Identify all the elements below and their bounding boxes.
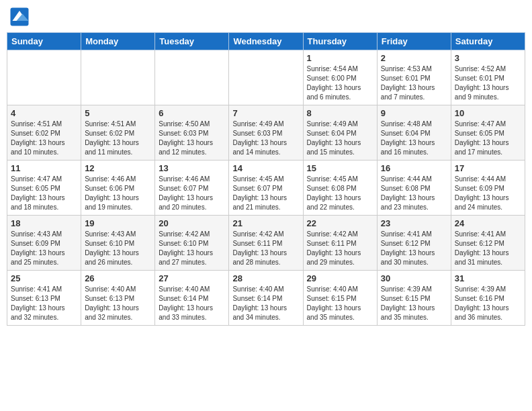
day-info: Sunrise: 4:46 AM Sunset: 6:06 PM Dayligh… — [85, 175, 151, 212]
day-number: 9 — [381, 108, 447, 118]
day-number: 17 — [455, 163, 521, 173]
day-number: 11 — [11, 163, 77, 173]
calendar-cell: 17Sunrise: 4:44 AM Sunset: 6:09 PM Dayli… — [451, 161, 525, 216]
calendar-cell: 16Sunrise: 4:44 AM Sunset: 6:08 PM Dayli… — [377, 161, 451, 216]
day-info: Sunrise: 4:42 AM Sunset: 6:11 PM Dayligh… — [232, 230, 299, 267]
day-number: 6 — [159, 108, 225, 118]
calendar-cell: 10Sunrise: 4:47 AM Sunset: 6:05 PM Dayli… — [451, 105, 525, 161]
calendar-cell: 15Sunrise: 4:45 AM Sunset: 6:08 PM Dayli… — [303, 161, 377, 216]
day-info: Sunrise: 4:43 AM Sunset: 6:10 PM Dayligh… — [85, 230, 151, 267]
day-header-monday: Monday — [81, 33, 155, 50]
day-number: 19 — [85, 218, 151, 228]
calendar-cell: 6Sunrise: 4:50 AM Sunset: 6:03 PM Daylig… — [155, 105, 229, 161]
day-header-saturday: Saturday — [451, 33, 525, 50]
day-number: 18 — [11, 218, 77, 228]
day-info: Sunrise: 4:43 AM Sunset: 6:09 PM Dayligh… — [11, 230, 77, 267]
week-row-1: 1Sunrise: 4:54 AM Sunset: 6:00 PM Daylig… — [7, 50, 525, 105]
calendar-cell: 24Sunrise: 4:41 AM Sunset: 6:12 PM Dayli… — [451, 216, 525, 271]
calendar-cell: 8Sunrise: 4:49 AM Sunset: 6:04 PM Daylig… — [303, 105, 377, 161]
day-number: 30 — [381, 273, 447, 283]
day-info: Sunrise: 4:53 AM Sunset: 6:01 PM Dayligh… — [381, 64, 447, 102]
calendar-cell: 12Sunrise: 4:46 AM Sunset: 6:06 PM Dayli… — [81, 161, 155, 216]
day-number: 29 — [307, 273, 373, 283]
logo-icon — [9, 7, 30, 27]
calendar-cell: 30Sunrise: 4:39 AM Sunset: 6:15 PM Dayli… — [377, 271, 451, 326]
week-row-2: 4Sunrise: 4:51 AM Sunset: 6:02 PM Daylig… — [7, 105, 525, 161]
day-info: Sunrise: 4:51 AM Sunset: 6:02 PM Dayligh… — [85, 120, 151, 157]
day-info: Sunrise: 4:44 AM Sunset: 6:08 PM Dayligh… — [381, 175, 447, 212]
calendar-cell: 22Sunrise: 4:42 AM Sunset: 6:11 PM Dayli… — [303, 216, 377, 271]
calendar-cell: 19Sunrise: 4:43 AM Sunset: 6:10 PM Dayli… — [81, 216, 155, 271]
day-number: 27 — [159, 273, 225, 283]
day-number: 23 — [381, 218, 447, 228]
calendar-cell — [7, 50, 81, 105]
calendar-cell: 11Sunrise: 4:47 AM Sunset: 6:05 PM Dayli… — [7, 161, 81, 216]
day-number: 7 — [232, 108, 299, 118]
day-number: 31 — [455, 273, 521, 283]
calendar-cell: 4Sunrise: 4:51 AM Sunset: 6:02 PM Daylig… — [7, 105, 81, 161]
calendar-cell — [81, 50, 155, 105]
calendar-cell — [229, 50, 303, 105]
day-number: 2 — [381, 53, 447, 63]
day-info: Sunrise: 4:49 AM Sunset: 6:04 PM Dayligh… — [307, 120, 373, 157]
day-header-tuesday: Tuesday — [155, 33, 229, 50]
day-number: 26 — [85, 273, 151, 283]
day-info: Sunrise: 4:45 AM Sunset: 6:08 PM Dayligh… — [307, 175, 373, 212]
day-info: Sunrise: 4:42 AM Sunset: 6:11 PM Dayligh… — [307, 230, 373, 267]
calendar-cell: 25Sunrise: 4:41 AM Sunset: 6:13 PM Dayli… — [7, 271, 81, 326]
day-number: 16 — [381, 163, 447, 173]
calendar-cell: 18Sunrise: 4:43 AM Sunset: 6:09 PM Dayli… — [7, 216, 81, 271]
calendar-cell: 26Sunrise: 4:40 AM Sunset: 6:13 PM Dayli… — [81, 271, 155, 326]
day-info: Sunrise: 4:44 AM Sunset: 6:09 PM Dayligh… — [455, 175, 521, 212]
day-info: Sunrise: 4:45 AM Sunset: 6:07 PM Dayligh… — [232, 175, 299, 212]
day-number: 24 — [455, 218, 521, 228]
day-info: Sunrise: 4:40 AM Sunset: 6:13 PM Dayligh… — [85, 285, 151, 322]
calendar-cell: 9Sunrise: 4:48 AM Sunset: 6:04 PM Daylig… — [377, 105, 451, 161]
day-number: 14 — [232, 163, 299, 173]
day-info: Sunrise: 4:48 AM Sunset: 6:04 PM Dayligh… — [381, 120, 447, 157]
day-info: Sunrise: 4:40 AM Sunset: 6:15 PM Dayligh… — [307, 285, 373, 322]
day-number: 21 — [232, 218, 299, 228]
calendar-cell: 1Sunrise: 4:54 AM Sunset: 6:00 PM Daylig… — [303, 50, 377, 105]
day-info: Sunrise: 4:40 AM Sunset: 6:14 PM Dayligh… — [159, 285, 225, 322]
calendar-header-row: SundayMondayTuesdayWednesdayThursdayFrid… — [7, 33, 525, 50]
day-info: Sunrise: 4:41 AM Sunset: 6:13 PM Dayligh… — [11, 285, 77, 322]
calendar-table: SundayMondayTuesdayWednesdayThursdayFrid… — [7, 32, 525, 326]
day-info: Sunrise: 4:42 AM Sunset: 6:10 PM Dayligh… — [159, 230, 225, 267]
day-number: 25 — [11, 273, 77, 283]
calendar-cell: 7Sunrise: 4:49 AM Sunset: 6:03 PM Daylig… — [229, 105, 303, 161]
calendar-cell: 5Sunrise: 4:51 AM Sunset: 6:02 PM Daylig… — [81, 105, 155, 161]
logo — [9, 7, 32, 27]
day-info: Sunrise: 4:39 AM Sunset: 6:15 PM Dayligh… — [381, 285, 447, 322]
day-header-friday: Friday — [377, 33, 451, 50]
day-number: 5 — [85, 108, 151, 118]
calendar-cell: 2Sunrise: 4:53 AM Sunset: 6:01 PM Daylig… — [377, 50, 451, 105]
day-number: 4 — [11, 108, 77, 118]
calendar-cell: 14Sunrise: 4:45 AM Sunset: 6:07 PM Dayli… — [229, 161, 303, 216]
day-info: Sunrise: 4:47 AM Sunset: 6:05 PM Dayligh… — [455, 120, 521, 157]
day-header-sunday: Sunday — [7, 33, 81, 50]
calendar-cell: 29Sunrise: 4:40 AM Sunset: 6:15 PM Dayli… — [303, 271, 377, 326]
day-number: 3 — [455, 53, 521, 63]
day-info: Sunrise: 4:40 AM Sunset: 6:14 PM Dayligh… — [232, 285, 299, 322]
week-row-4: 18Sunrise: 4:43 AM Sunset: 6:09 PM Dayli… — [7, 216, 525, 271]
day-number: 13 — [159, 163, 225, 173]
day-number: 22 — [307, 218, 373, 228]
day-info: Sunrise: 4:49 AM Sunset: 6:03 PM Dayligh… — [232, 120, 299, 157]
day-info: Sunrise: 4:46 AM Sunset: 6:07 PM Dayligh… — [159, 175, 225, 212]
calendar-cell: 20Sunrise: 4:42 AM Sunset: 6:10 PM Dayli… — [155, 216, 229, 271]
calendar-cell — [155, 50, 229, 105]
day-number: 1 — [307, 53, 373, 63]
day-info: Sunrise: 4:50 AM Sunset: 6:03 PM Dayligh… — [159, 120, 225, 157]
day-info: Sunrise: 4:41 AM Sunset: 6:12 PM Dayligh… — [455, 230, 521, 267]
calendar-cell: 23Sunrise: 4:41 AM Sunset: 6:12 PM Dayli… — [377, 216, 451, 271]
calendar-cell: 21Sunrise: 4:42 AM Sunset: 6:11 PM Dayli… — [229, 216, 303, 271]
day-header-wednesday: Wednesday — [229, 33, 303, 50]
page-header — [7, 7, 525, 27]
day-number: 20 — [159, 218, 225, 228]
day-number: 12 — [85, 163, 151, 173]
day-info: Sunrise: 4:54 AM Sunset: 6:00 PM Dayligh… — [307, 64, 373, 102]
week-row-3: 11Sunrise: 4:47 AM Sunset: 6:05 PM Dayli… — [7, 161, 525, 216]
day-number: 28 — [232, 273, 299, 283]
day-info: Sunrise: 4:51 AM Sunset: 6:02 PM Dayligh… — [11, 120, 77, 157]
